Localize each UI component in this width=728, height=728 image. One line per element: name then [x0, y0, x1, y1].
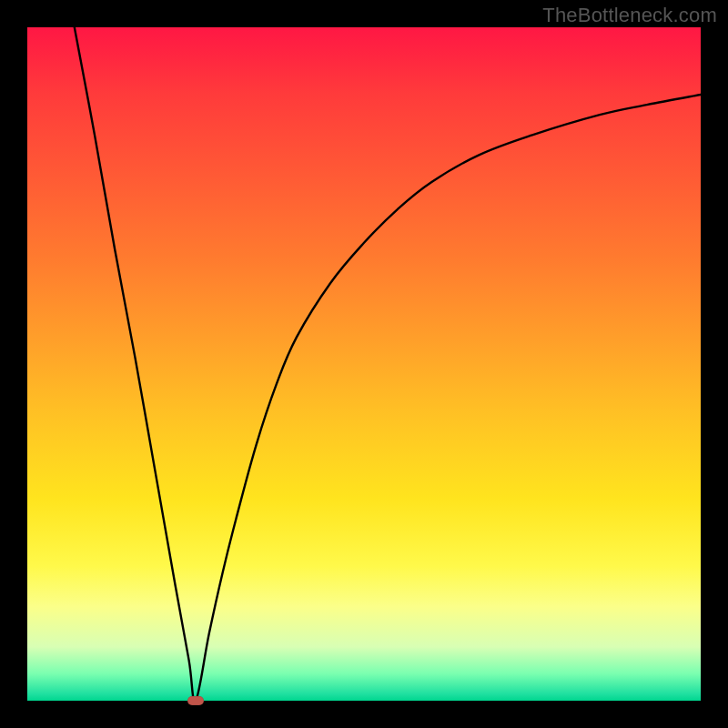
chart-frame: TheBottleneck.com — [0, 0, 728, 728]
bottleneck-curve — [27, 27, 701, 701]
curve-path — [75, 27, 701, 701]
min-point-marker — [187, 696, 204, 705]
watermark-text: TheBottleneck.com — [542, 4, 717, 27]
plot-area — [27, 27, 701, 701]
